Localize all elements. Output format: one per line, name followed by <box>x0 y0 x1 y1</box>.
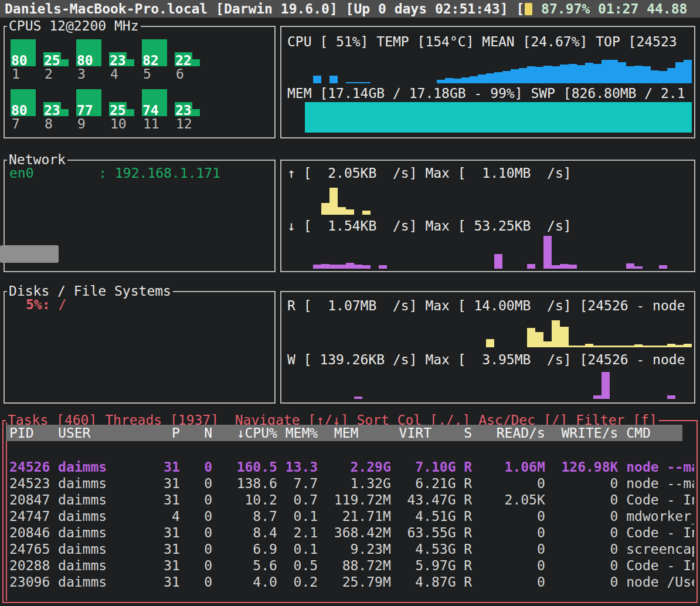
interface-separator: : <box>98 165 115 181</box>
cursor-artifact <box>0 245 59 263</box>
task-cell-write-rate: 126.98K <box>545 459 619 475</box>
hist-bar <box>577 65 585 83</box>
task-cell-pid: 20288 <box>9 557 58 574</box>
column-header-pid[interactable]: PID <box>9 425 58 441</box>
column-header-priority[interactable]: P <box>155 425 180 441</box>
hist-bar <box>486 73 494 83</box>
hist-bar <box>659 265 667 269</box>
column-header-state[interactable]: S <box>456 425 473 441</box>
task-cell-state: R <box>456 492 473 508</box>
hist-bar <box>667 68 675 83</box>
column-header-cmd[interactable]: CMD <box>618 425 682 441</box>
column-header-mem-pct[interactable]: MEM% <box>277 425 318 441</box>
task-row[interactable]: 24765daimms3106.90.19.23M4.53GR00screenc… <box>9 541 694 557</box>
task-cell-write-rate: 0 <box>545 557 619 574</box>
task-cell-mem: 21.71M <box>318 508 391 524</box>
task-cell-priority: 31 <box>155 492 180 508</box>
task-cell-user: daimms <box>58 508 155 524</box>
hist-bar <box>453 79 461 83</box>
task-cell-cpu-pct: 160.5 <box>212 459 277 475</box>
task-row[interactable]: 20847daimms31010.20.7119.72M43.47GR2.05K… <box>9 492 694 508</box>
task-cell-user: daimms <box>58 459 155 475</box>
hist-bar <box>329 76 338 83</box>
task-cell-mem: 368.42M <box>318 524 391 541</box>
task-cell-mem-pct: 13.3 <box>277 459 318 475</box>
task-cell-cmd: mdworker_ <box>618 508 694 524</box>
task-cell-mem: 2.29G <box>318 459 391 475</box>
hist-bar <box>560 264 568 269</box>
status-bar: Daniels-MacBook-Pro.local [Darwin 19.6.0… <box>0 0 700 18</box>
task-cell-write-rate: 0 <box>545 524 619 541</box>
disk-usage-row[interactable]: 5%: / <box>26 297 66 312</box>
task-cell-nice: 0 <box>180 541 212 557</box>
hist-bar <box>610 60 618 83</box>
task-cell-virt: 5.97G <box>391 557 456 574</box>
task-cell-cpu-pct: 138.6 <box>212 475 277 492</box>
hist-bar <box>651 70 659 83</box>
cpu-core-index: 5 <box>142 66 169 82</box>
hist-bar <box>552 320 560 347</box>
cpu-core-cell: 226 <box>175 39 202 82</box>
column-header-cpu-pct[interactable]: ↓CPU% <box>212 425 277 441</box>
mem-history-graph <box>305 102 692 133</box>
hist-bar <box>602 372 610 399</box>
cpu-core-value: 23 <box>44 103 60 118</box>
cpu-core-cell: 234 <box>109 39 137 82</box>
task-cell-mem-pct: 0.1 <box>277 541 318 557</box>
network-interface-row[interactable]: en0: 192.168.1.171 <box>9 165 220 181</box>
task-cell-virt: 4.87G <box>391 574 456 590</box>
cpu-cores-row-2: 807238779251074112312 <box>11 89 202 132</box>
battery-time: 01:27 <box>598 0 638 18</box>
hist-bar <box>667 344 675 347</box>
hist-bar <box>543 236 552 269</box>
task-cell-priority: 31 <box>155 475 180 492</box>
task-row[interactable]: 23096daimms3104.00.225.79M4.87GR00node /… <box>9 574 694 590</box>
cpu-core-bar: 82 <box>142 39 169 66</box>
column-header-read-rate[interactable]: READ/s <box>472 425 545 441</box>
network-down-histogram <box>305 236 692 269</box>
task-cell-mem-pct: 2.1 <box>277 524 318 541</box>
task-row[interactable]: 20288daimms3105.60.588.72M5.97GR00Code -… <box>9 557 694 574</box>
hist-bar <box>321 203 329 215</box>
cpu-core-value: 80 <box>11 103 28 118</box>
hist-bar <box>527 328 535 347</box>
task-cell-state: R <box>456 475 473 492</box>
task-row[interactable]: 24526daimms310160.513.32.29G7.10GR1.06M1… <box>9 459 694 475</box>
task-cell-write-rate: 0 <box>545 508 619 524</box>
cpu-core-cell: 807 <box>11 89 38 132</box>
column-header-nice[interactable]: N <box>180 425 212 441</box>
task-cell-mem: 9.23M <box>318 541 391 557</box>
column-header-virt[interactable]: VIRT <box>391 425 456 441</box>
cpu-cores-row-1: 801252803234825226 <box>11 39 202 82</box>
hist-bar <box>461 77 470 83</box>
task-cell-mem: 1.32G <box>318 475 391 492</box>
system-uptime-text: [Darwin 19.6.0] [Up 0 days 02:51:43] [ <box>208 0 524 18</box>
disk-graphs-panel: R [ 1.07MB /s] Max [ 14.00MB /s] [24526 … <box>280 291 695 404</box>
terminal-screen: Daniels-MacBook-Pro.local [Darwin 19.6.0… <box>0 0 700 606</box>
task-cell-pid: 20847 <box>9 492 58 508</box>
task-cell-write-rate: 0 <box>545 574 619 590</box>
hist-bar <box>354 265 362 269</box>
column-header-write-rate[interactable]: WRITE/s <box>545 425 619 441</box>
cpu-core-bar: 23 <box>109 39 137 66</box>
task-cell-cpu-pct: 6.9 <box>212 541 277 557</box>
task-cell-user: daimms <box>58 475 155 492</box>
task-cell-priority: 31 <box>155 574 180 590</box>
task-cell-write-rate: 0 <box>545 492 619 508</box>
tasks-scroll-indicator[interactable] <box>6 422 7 601</box>
column-header-user[interactable]: USER <box>58 425 155 441</box>
hist-bar <box>593 395 602 399</box>
task-cell-cmd: Code - In <box>618 557 694 574</box>
task-cell-cpu-pct: 8.4 <box>212 524 277 541</box>
column-header-mem[interactable]: MEM <box>318 425 391 441</box>
task-row[interactable]: 24747daimms408.70.121.71M4.51GR00mdworke… <box>9 508 694 524</box>
cpu-core-bar: 25 <box>43 39 71 66</box>
task-row[interactable]: 24523daimms310138.67.71.32G6.21GR00node … <box>9 475 694 492</box>
task-cell-state: R <box>456 557 473 574</box>
task-cell-mem: 88.72M <box>318 557 391 574</box>
hist-bar <box>346 82 354 83</box>
task-cell-cmd: screencap <box>618 541 694 557</box>
task-row[interactable]: 20846daimms3108.42.1368.42M63.55GR00Code… <box>9 524 694 541</box>
cpu-core-value: 22 <box>175 53 192 68</box>
hist-bar <box>519 68 527 83</box>
